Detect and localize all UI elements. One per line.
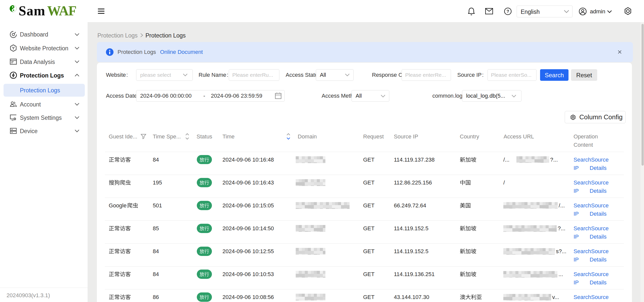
svg-text:?: ? xyxy=(507,9,509,14)
